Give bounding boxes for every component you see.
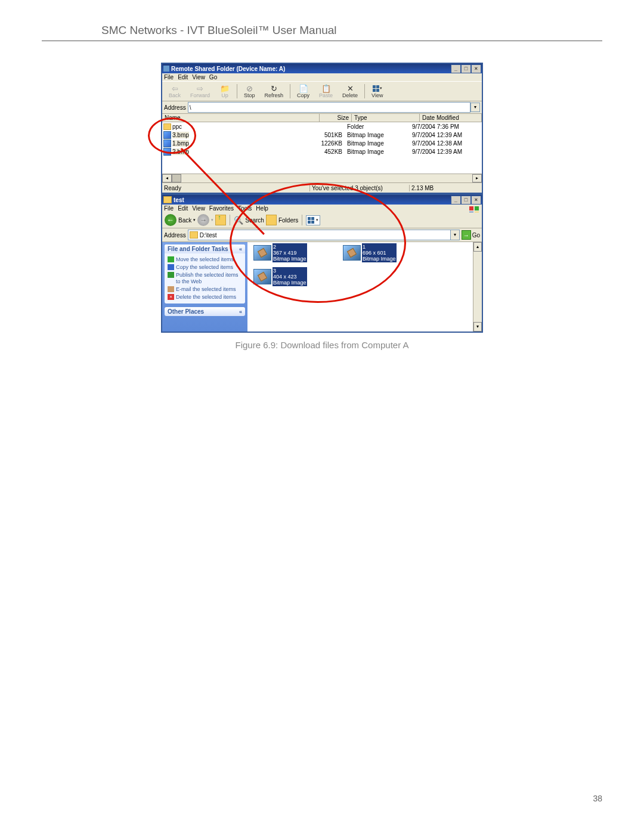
titlebar[interactable]: Remote Shared Folder (Device Name: A) _ … <box>162 64 482 73</box>
app-icon <box>163 66 169 72</box>
bmp-icon <box>163 131 171 139</box>
other-places-header[interactable]: Other Places« <box>165 307 245 316</box>
menu-tools[interactable]: Tools <box>238 205 252 212</box>
menu-file[interactable]: File <box>164 205 174 212</box>
forward-button[interactable]: ⇨Forward <box>186 83 214 100</box>
address-input[interactable] <box>188 102 470 113</box>
task-icon <box>168 264 174 270</box>
file-view[interactable]: 2367 x 419Bitmap Image1696 x 601Bitmap I… <box>247 242 473 332</box>
task-item[interactable]: Copy the selected items <box>168 264 242 271</box>
view-button[interactable]: ▾ <box>306 215 320 225</box>
bmp-icon <box>163 148 171 156</box>
window-controls: _ □ × <box>451 64 481 73</box>
minimize-button[interactable]: _ <box>451 196 461 205</box>
window-title: Remote Shared Folder (Device Name: A) <box>171 66 285 72</box>
menu-view[interactable]: View <box>192 205 205 212</box>
address-bar: Address ▾ <box>162 101 482 114</box>
refresh-button[interactable]: ↻Refresh <box>261 83 288 100</box>
remote-shared-folder-window: Remote Shared Folder (Device Name: A) _ … <box>161 63 483 194</box>
collapse-icon[interactable]: « <box>239 309 242 315</box>
address-label: Address <box>164 104 186 111</box>
status-size: 2.13 MB <box>410 185 475 191</box>
thumbnail-item[interactable]: 3404 x 423Bitmap Image <box>253 267 307 286</box>
menu-favorites[interactable]: Favorites <box>209 205 234 212</box>
document-header: SMC Networks - IVT BlueSoleil™ User Manu… <box>101 24 608 37</box>
thumbnail-item[interactable]: 2367 x 419Bitmap Image <box>253 243 307 262</box>
table-row[interactable]: 2.bmp452KBBitmap Image9/7/2004 12:39 AM <box>162 147 482 156</box>
go-button[interactable]: →Go <box>462 230 480 240</box>
go-arrow-icon: → <box>462 230 471 240</box>
header-rule <box>42 41 602 41</box>
column-header: Name Size Type Date Modified <box>162 114 482 122</box>
address-bar: Address D:\test ▾ →Go <box>162 228 482 242</box>
task-item[interactable]: Move the selected items <box>168 256 242 263</box>
menu-file[interactable]: File <box>164 74 174 80</box>
file-list: ppcFolder9/7/2004 7:36 PM3.bmp501KBBitma… <box>162 122 482 156</box>
figure-caption: Figure 6.9: Download files from Computer… <box>161 340 483 350</box>
search-icon[interactable]: 🔍 <box>234 216 243 225</box>
bmp-icon <box>163 140 171 147</box>
task-icon: × <box>168 294 174 300</box>
bmp-thumb-icon <box>253 269 271 284</box>
copy-button[interactable]: 📄Copy <box>293 83 314 100</box>
menubar: File Edit View Favorites Tools Help <box>162 205 482 212</box>
task-item[interactable]: E-mail the selected items <box>168 286 242 293</box>
folder-icon <box>163 123 171 130</box>
figure-container: Remote Shared Folder (Device Name: A) _ … <box>161 63 483 350</box>
tasks-panel: File and Folder Tasks« Move the selected… <box>162 242 247 332</box>
tasks-header[interactable]: File and Folder Tasks« <box>165 244 245 253</box>
address-dropdown[interactable]: ▾ <box>470 103 480 112</box>
table-row[interactable]: 3.bmp501KBBitmap Image9/7/2004 12:39 AM <box>162 131 482 139</box>
up-button[interactable]: 📁Up <box>215 83 234 100</box>
view-button[interactable]: ▾View <box>367 83 387 100</box>
status-bar: Ready You've selected 3 object(s) 2.13 M… <box>162 182 482 193</box>
forward-button[interactable]: → <box>197 214 209 226</box>
folders-button[interactable]: Folders <box>278 217 298 224</box>
close-button[interactable]: × <box>471 196 481 205</box>
paste-button[interactable]: 📋Paste <box>315 83 337 100</box>
vertical-scrollbar[interactable]: ▴▾ <box>473 242 482 332</box>
menu-edit[interactable]: Edit <box>178 74 188 80</box>
maximize-button[interactable]: □ <box>461 64 471 73</box>
status-selection: You've selected 3 object(s) <box>310 185 410 191</box>
menu-edit[interactable]: Edit <box>178 205 188 212</box>
table-row[interactable]: ppcFolder9/7/2004 7:36 PM <box>162 122 482 131</box>
delete-button[interactable]: ✕Delete <box>338 83 362 100</box>
svg-rect-0 <box>469 206 473 210</box>
menu-view[interactable]: View <box>192 74 205 80</box>
stop-button[interactable]: ⊘Stop <box>240 83 259 100</box>
close-button[interactable]: × <box>471 64 481 73</box>
menu-go[interactable]: Go <box>209 74 217 80</box>
col-name[interactable]: Name <box>162 114 320 122</box>
task-item[interactable]: Publish the selected items to the Web <box>168 272 242 285</box>
back-icon[interactable]: ← <box>165 214 177 226</box>
address-dropdown[interactable]: ▾ <box>451 230 460 240</box>
collapse-icon[interactable]: « <box>239 246 242 252</box>
window-title: test <box>174 197 184 203</box>
toolbar: ← Back ▾ → ▾ ↑ 🔍 Search Folders ▾ <box>162 212 482 228</box>
bmp-thumb-icon <box>253 245 271 261</box>
back-button[interactable]: Back <box>178 217 191 224</box>
col-type[interactable]: Type <box>352 114 420 122</box>
toolbar: ⇦Back ⇨Forward 📁Up ⊘Stop ↻Refresh 📄Copy … <box>162 81 482 101</box>
up-icon[interactable]: ↑ <box>215 215 226 225</box>
menu-help[interactable]: Help <box>256 205 268 212</box>
back-button[interactable]: ⇦Back <box>165 83 185 100</box>
col-size[interactable]: Size <box>320 114 352 122</box>
maximize-button[interactable]: □ <box>461 196 471 205</box>
page-number: 38 <box>593 794 602 803</box>
titlebar[interactable]: test _ □ × <box>162 195 482 205</box>
address-input[interactable]: D:\test <box>188 230 451 240</box>
thumbnail-item[interactable]: 1696 x 601Bitmap Image <box>343 243 397 262</box>
folders-icon[interactable] <box>266 215 277 225</box>
col-date[interactable]: Date Modified <box>420 114 482 122</box>
table-row[interactable]: 1.bmp1226KBBitmap Image9/7/2004 12:38 AM <box>162 139 482 147</box>
status-ready: Ready <box>162 185 310 191</box>
folder-icon <box>190 231 198 239</box>
search-button[interactable]: Search <box>245 217 264 224</box>
horizontal-scrollbar[interactable]: ◂▸ <box>162 174 482 182</box>
window-controls: _ □ × <box>451 196 481 205</box>
task-icon <box>168 272 174 278</box>
minimize-button[interactable]: _ <box>451 64 461 73</box>
task-item[interactable]: ×Delete the selected items <box>168 294 242 301</box>
